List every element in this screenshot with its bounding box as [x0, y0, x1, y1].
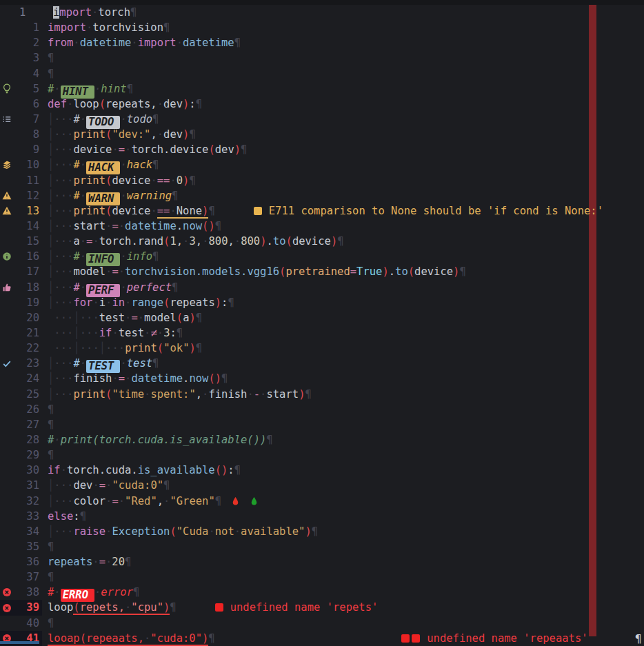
line-text[interactable]: │···a·=·torch.rand(1,·3,·800,·800).to(de… — [42, 234, 644, 249]
code-line[interactable]: 15│···a·=·torch.rand(1,·3,·800,·800).to(… — [0, 234, 644, 249]
line-text[interactable]: │···print(device·==·0)¶ — [42, 173, 644, 188]
code-line[interactable]: 4¶ — [0, 66, 644, 81]
line-text[interactable]: │···print("time·spent:",·finish·-·start)… — [42, 387, 644, 402]
code-line[interactable]: 23│···#·TEST·test¶ — [0, 356, 644, 371]
code-line[interactable]: 25│···print("time·spent:",·finish·-·star… — [0, 387, 644, 402]
space-dot: · — [61, 205, 67, 217]
gutter-space — [0, 341, 14, 356]
code-line[interactable]: 14│···start·=·datetime.now()¶ — [0, 219, 644, 234]
line-text[interactable]: │···for·i·in·range(repeats):¶ — [42, 295, 644, 310]
line-text[interactable]: │···model·=·torchvision.models.vgg16(pre… — [42, 264, 644, 279]
code-line[interactable]: 19│···for·i·in·range(repeats):¶ — [0, 295, 644, 310]
code-line[interactable]: 20 ···│···test·=·model(a)¶ — [0, 310, 644, 325]
space-dot: · — [119, 220, 125, 232]
line-text[interactable]: │···color·=·"Red",·"Green"¶ — [42, 494, 644, 509]
code-line[interactable]: 38#·ERRO·error¶ — [0, 585, 644, 600]
line-text[interactable]: ¶ — [42, 539, 644, 554]
indent-guide: │ — [48, 281, 54, 294]
line-text[interactable]: │···#·PERF·perfect¶ — [42, 280, 644, 295]
line-text[interactable]: #·HINT·hint¶ — [42, 81, 644, 97]
line-text[interactable]: ···│···if·test·≠·3:¶ — [42, 325, 644, 341]
code-line[interactable]: 21 ···│···if·test·≠·3:¶ — [0, 325, 644, 341]
gutter-space — [0, 494, 14, 509]
code-line[interactable]: 10│···#·HACK·hack¶ — [0, 157, 644, 172]
line-text[interactable]: │···raise·Exception("Cuda·not·available"… — [42, 524, 644, 539]
code-line[interactable]: 28#·print(torch.cuda.is_available())¶ — [0, 432, 644, 447]
code-token: mport — [59, 6, 92, 19]
line-text[interactable]: looap(repeaats,·"cuda:0")¶undefined name… — [42, 631, 644, 646]
code-line[interactable]: 18│···#·PERF·perfect¶ — [0, 280, 644, 295]
code-line[interactable]: 6def·loop(repeats,·dev):¶ — [0, 97, 644, 112]
line-text[interactable]: #·print(torch.cuda.is_available())¶ — [42, 432, 644, 447]
code-line[interactable]: 39loop(repets,·"cpu")¶undefined name 're… — [0, 600, 644, 615]
line-text[interactable]: │···print(device·==·None)¶E711 compariso… — [42, 203, 644, 219]
code-line[interactable]: 26¶ — [0, 402, 644, 417]
code-line[interactable]: 1import·torch¶ — [0, 5, 644, 20]
line-text[interactable]: ¶ — [42, 402, 644, 417]
code-line[interactable]: 11│···print(device·==·0)¶ — [0, 173, 644, 188]
line-text[interactable]: ¶ — [42, 616, 644, 631]
code-line[interactable]: 3¶ — [0, 50, 644, 65]
code-line[interactable]: 31│···dev·=·"cuda:0"¶ — [0, 478, 644, 493]
line-text[interactable]: #·ERRO·error¶ — [42, 585, 644, 600]
code-line[interactable]: 34│···raise·Exception("Cuda·not·availabl… — [0, 524, 644, 539]
code-line[interactable]: 40¶ — [0, 616, 644, 631]
line-text[interactable]: │···start·=·datetime.now()¶ — [42, 219, 644, 234]
code-line[interactable]: 22 ···│···│···print("ok")¶ — [0, 341, 644, 356]
code-line[interactable]: 32│···color·=·"Red",·"Green"¶ — [0, 494, 644, 509]
line-text[interactable]: │···#·HACK·hack¶ — [42, 157, 644, 172]
line-text[interactable]: import·torchvision¶ — [42, 20, 644, 35]
line-number: 30 — [14, 463, 42, 478]
code-line[interactable]: 13│···print(device·==·None)¶E711 compari… — [0, 203, 644, 219]
line-text[interactable]: ¶ — [42, 66, 644, 81]
code-line[interactable]: 2from·datetime·import·datetime¶ — [0, 35, 644, 50]
line-text[interactable]: ¶ — [42, 447, 644, 463]
line-text[interactable]: ¶ — [42, 417, 644, 432]
space-dot: · — [208, 525, 214, 538]
code-line[interactable]: 17│···model·=·torchvision.models.vgg16(p… — [0, 264, 644, 279]
code-line[interactable]: 27¶ — [0, 417, 644, 432]
line-text[interactable]: ¶ — [42, 50, 644, 65]
code-line[interactable]: 30if·torch.cuda.is_available():¶ — [0, 463, 644, 478]
code-line[interactable]: 7│···#·TODO·todo¶ — [0, 112, 644, 127]
code-line[interactable]: 35¶ — [0, 539, 644, 554]
line-text[interactable]: ···│···│···print("ok")¶ — [42, 341, 644, 356]
line-text[interactable]: │···dev·=·"cuda:0"¶ — [42, 478, 644, 493]
line-text[interactable]: ···│···test·=·model(a)¶ — [42, 310, 644, 325]
code-line[interactable]: 37¶ — [0, 569, 644, 585]
code-line[interactable]: 5#·HINT·hint¶ — [0, 81, 644, 97]
code-token — [48, 312, 54, 324]
line-text[interactable]: def·loop(repeats,·dev):¶ — [42, 97, 644, 112]
top-band — [0, 0, 644, 5]
line-text[interactable]: │···finish·=·datetime.now()¶ — [42, 371, 644, 386]
code-token: ( — [105, 205, 112, 217]
line-text[interactable]: loop(repets,·"cpu")¶undefined name 'repe… — [42, 600, 644, 615]
code-line[interactable]: 9│···device·=·torch.device(dev)¶ — [0, 142, 644, 157]
line-text[interactable]: │···#·WARN·warning¶ — [42, 188, 644, 203]
code-line[interactable]: 41looap(repeaats,·"cuda:0")¶undefined na… — [0, 631, 644, 646]
code-line[interactable]: 8│···print("dev:",·dev)¶ — [0, 127, 644, 142]
code-line[interactable]: 16│···#·INFO·info¶ — [0, 249, 644, 264]
line-text[interactable]: from·datetime·import·datetime¶ — [42, 35, 644, 50]
code-line[interactable]: 12│···#·WARN·warning¶ — [0, 188, 644, 203]
line-text[interactable]: │···device·=·torch.device(dev)¶ — [42, 142, 644, 157]
line-text[interactable]: import·torch¶ — [48, 5, 644, 20]
code-line[interactable]: 33else:¶ — [0, 509, 644, 524]
code-line[interactable]: 36repeats·=·20¶ — [0, 554, 644, 569]
line-text[interactable]: if·torch.cuda.is_available():¶ — [42, 463, 644, 478]
code-line[interactable]: 29¶ — [0, 447, 644, 463]
line-text[interactable]: │···print("dev:",·dev)¶ — [42, 127, 644, 142]
line-text[interactable]: │···#·INFO·info¶ — [42, 249, 644, 264]
line-text[interactable]: repeats·=·20¶ — [42, 554, 644, 569]
space-dot: · — [54, 113, 60, 125]
code-line[interactable]: 1import·torchvision¶ — [0, 20, 644, 35]
code-token: Exception — [112, 525, 170, 538]
line-number: 10 — [14, 157, 42, 172]
code-token: . — [177, 220, 183, 232]
line-text[interactable]: │···#·TODO·todo¶ — [42, 112, 644, 127]
code-line[interactable]: 24│···finish·=·datetime.now()¶ — [0, 371, 644, 386]
code-token: ( — [105, 174, 112, 187]
line-text[interactable]: │···#·TEST·test¶ — [42, 356, 644, 371]
line-text[interactable]: else:¶ — [42, 509, 644, 524]
line-text[interactable]: ¶ — [42, 569, 644, 585]
